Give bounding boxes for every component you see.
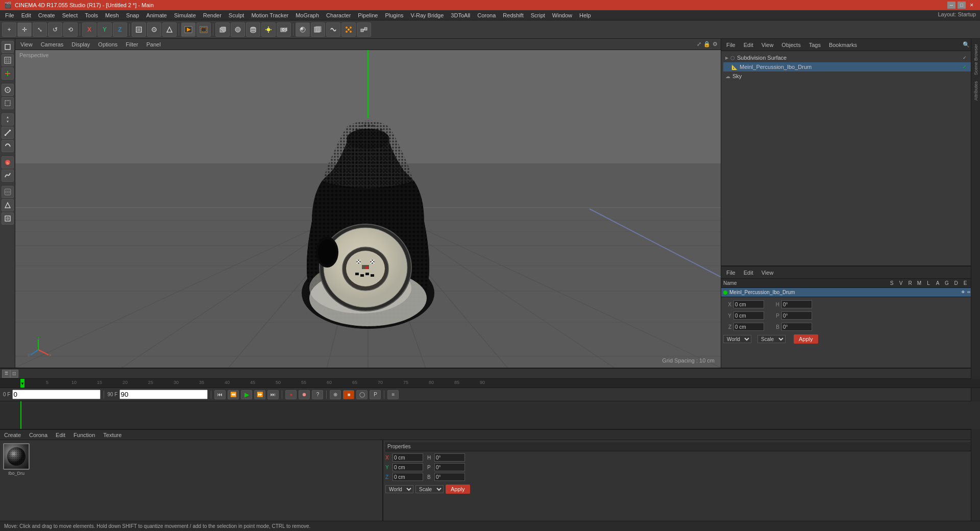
tl-icon-2[interactable]: ◫ [10, 370, 18, 378]
mat-menu-corona[interactable]: Corona [27, 431, 50, 439]
attrs-edit[interactable]: Edit [742, 269, 755, 277]
left-sculpt[interactable] [2, 170, 14, 182]
tl-more[interactable]: ≡ [387, 390, 399, 399]
maximize-button[interactable]: □ [958, 2, 966, 9]
left-sim-1[interactable] [2, 186, 14, 198]
menu-sculpt[interactable]: Sculpt [226, 11, 248, 19]
left-sim-2[interactable] [2, 199, 14, 211]
toolbar-axis-y[interactable]: Y [97, 22, 112, 37]
menu-plugins[interactable]: Plugins [382, 11, 406, 19]
props-p-input-bottom[interactable] [434, 463, 465, 471]
vp-settings-icon[interactable]: ⚙ [713, 41, 718, 47]
attrs-selected-row[interactable]: Meinl_Percussion_Ibo_Drum 👁 ✏ 🔒 [721, 288, 980, 297]
timeline-track[interactable] [0, 401, 980, 429]
toolbar-obj-mode[interactable] [132, 22, 146, 37]
side-tab-attrs[interactable]: Attributes [972, 78, 979, 104]
title-bar-controls[interactable]: ─ □ ✕ [947, 2, 976, 9]
attrs-file[interactable]: File [724, 269, 738, 277]
props-input-z[interactable] [733, 323, 764, 331]
tl-loop[interactable]: ◯ [356, 390, 368, 399]
toolbar-axis-z[interactable]: Z [113, 22, 127, 37]
menu-script[interactable]: Script [528, 11, 548, 19]
menu-motiontracker[interactable]: Motion Tracker [248, 11, 291, 19]
props-b-input-bottom[interactable] [434, 473, 465, 481]
tl-goto-start[interactable]: ⏮ [214, 390, 226, 399]
menu-character[interactable]: Character [323, 11, 354, 19]
props-input-y[interactable] [733, 311, 764, 320]
apply-button[interactable]: Apply [794, 334, 818, 344]
tl-goto-end[interactable]: ⏭ [267, 390, 279, 399]
toolbar-scale[interactable]: ⤡ [33, 22, 47, 37]
menu-help[interactable]: Help [576, 11, 594, 19]
toolbar-cylinder[interactable] [246, 22, 260, 37]
mat-menu-function[interactable]: Function [71, 431, 97, 439]
apply-button-bottom[interactable]: Apply [446, 485, 470, 494]
attrs-view[interactable]: View [760, 269, 776, 277]
menu-file[interactable]: File [2, 11, 17, 19]
vp-menu-cameras[interactable]: Cameras [39, 40, 66, 49]
obj-item-sky[interactable]: ☁ Sky [723, 71, 978, 81]
mat-menu-create[interactable]: Create [2, 431, 23, 439]
vp-expand-icon[interactable]: ⤢ [697, 41, 701, 47]
menu-pipeline[interactable]: Pipeline [355, 11, 381, 19]
toolbar-point-mode[interactable] [147, 22, 161, 37]
menu-window[interactable]: Window [549, 11, 575, 19]
tl-icon-1[interactable]: ☰ [2, 370, 10, 378]
toolbar-edge-mode[interactable] [162, 22, 177, 37]
props-input-h[interactable] [781, 300, 812, 308]
menu-tools[interactable]: Tools [82, 11, 101, 19]
props-y-input-bottom[interactable] [393, 463, 423, 471]
obj-item-drum[interactable]: 📐 Meinl_Percussion_Ibo_Drum ✓ [723, 62, 978, 71]
menu-render[interactable]: Render [200, 11, 225, 19]
toolbar-render[interactable] [181, 22, 195, 37]
tl-help[interactable]: ? [312, 390, 323, 399]
menu-animate[interactable]: Animate [143, 11, 170, 19]
mat-menu-texture[interactable]: Texture [101, 431, 124, 439]
left-live-select[interactable] [2, 84, 14, 96]
close-button[interactable]: ✕ [968, 2, 976, 9]
obj-mgr-objects[interactable]: Objects [779, 41, 802, 49]
menu-snap[interactable]: Snap [123, 11, 142, 19]
scale-dropdown-bottom[interactable]: Scale Size [415, 485, 444, 493]
tl-record[interactable]: ● [285, 390, 297, 399]
menu-redshift[interactable]: Redshift [500, 11, 526, 19]
left-texture-mode[interactable] [2, 54, 14, 66]
mat-menu-edit[interactable]: Edit [54, 431, 67, 439]
obj-item-subdivision[interactable]: ▶ ⬡ Subdivision Surface ✓ [723, 53, 978, 62]
left-axis-mode[interactable] [2, 67, 14, 80]
props-input-x[interactable] [733, 300, 764, 308]
left-sim-3[interactable] [2, 212, 14, 225]
obj-mgr-edit[interactable]: Edit [742, 41, 755, 49]
left-move[interactable] [2, 113, 14, 126]
tl-end-frame-input[interactable] [119, 390, 208, 399]
toolbar-render-region[interactable] [197, 22, 211, 37]
toolbar-undo[interactable]: ⟲ [63, 22, 78, 37]
menu-vraybridge[interactable]: V-Ray Bridge [408, 11, 447, 19]
menu-edit[interactable]: Edit [18, 11, 34, 19]
toolbar-move[interactable]: ✛ [17, 22, 32, 37]
toolbar-cube[interactable] [215, 22, 230, 37]
props-input-b[interactable] [781, 323, 812, 331]
vp-menu-panel[interactable]: Panel [144, 40, 163, 49]
props-h-input-bottom[interactable] [434, 453, 465, 462]
menu-mesh[interactable]: Mesh [102, 11, 122, 19]
props-x-input-bottom[interactable] [393, 453, 423, 462]
side-tab-scene[interactable]: Scene Browser [972, 41, 979, 78]
obj-mgr-file[interactable]: File [724, 41, 738, 49]
tl-autokey[interactable]: ⏺ [299, 390, 310, 399]
tl-key-all[interactable]: ⊕ [330, 390, 341, 399]
obj-mgr-search[interactable]: 🔍 [963, 41, 970, 48]
toolbar-deformer[interactable] [326, 22, 340, 37]
minimize-button[interactable]: ─ [947, 2, 955, 9]
toolbar-rotate[interactable]: ↺ [48, 22, 62, 37]
toolbar-sphere[interactable] [231, 22, 245, 37]
vp-menu-view[interactable]: View [18, 40, 35, 49]
viewport[interactable]: Perspective [15, 50, 721, 368]
toolbar-axis-x[interactable]: X [82, 22, 96, 37]
toolbar-mograph[interactable] [341, 22, 356, 37]
toolbar-new[interactable]: + [2, 22, 16, 37]
left-scale[interactable] [2, 127, 14, 139]
left-model-mode[interactable] [2, 41, 14, 53]
tl-frame-input[interactable] [12, 390, 101, 399]
tl-step-back[interactable]: ⏪ [228, 390, 239, 399]
